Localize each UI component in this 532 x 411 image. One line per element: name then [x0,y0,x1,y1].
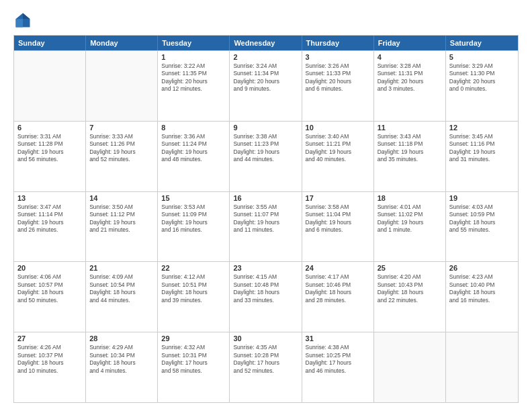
header-day-sunday: Sunday [14,36,86,50]
day-number: 15 [161,194,226,202]
day-cell-19: 19Sunrise: 4:03 AM Sunset: 10:59 PM Dayl… [446,192,518,262]
day-cell-29: 29Sunrise: 4:32 AM Sunset: 10:31 PM Dayl… [158,332,230,402]
day-number: 19 [449,194,515,202]
day-number: 5 [449,53,515,61]
day-cell-7: 7Sunrise: 3:33 AM Sunset: 11:26 PM Dayli… [86,122,158,191]
header-day-thursday: Thursday [302,36,374,50]
day-number: 4 [378,53,442,61]
day-number: 9 [233,124,298,132]
day-cell-4: 4Sunrise: 3:28 AM Sunset: 11:31 PM Dayli… [374,51,446,121]
calendar-row-4: 20Sunrise: 4:06 AM Sunset: 10:57 PM Dayl… [14,261,518,332]
header-day-saturday: Saturday [446,36,518,50]
day-cell-9: 9Sunrise: 3:38 AM Sunset: 11:23 PM Dayli… [230,122,302,191]
day-info: Sunrise: 3:47 AM Sunset: 11:14 PM Daylig… [17,203,82,234]
day-cell-27: 27Sunrise: 4:26 AM Sunset: 10:37 PM Dayl… [14,332,86,402]
day-number: 14 [89,194,154,202]
day-info: Sunrise: 3:22 AM Sunset: 11:35 PM Daylig… [161,62,226,93]
day-number: 27 [17,334,82,342]
day-number: 23 [233,264,298,272]
day-number: 7 [89,124,154,132]
day-number: 26 [449,264,515,272]
day-number: 28 [89,334,154,342]
day-cell-28: 28Sunrise: 4:29 AM Sunset: 10:34 PM Dayl… [86,332,158,402]
day-cell-2: 2Sunrise: 3:24 AM Sunset: 11:34 PM Dayli… [230,51,302,121]
day-info: Sunrise: 3:50 AM Sunset: 11:12 PM Daylig… [89,203,154,234]
day-info: Sunrise: 4:15 AM Sunset: 10:48 PM Daylig… [233,273,298,304]
day-info: Sunrise: 3:40 AM Sunset: 11:21 PM Daylig… [306,133,370,164]
day-number: 11 [378,124,442,132]
day-cell-26: 26Sunrise: 4:23 AM Sunset: 10:40 PM Dayl… [446,262,518,332]
day-info: Sunrise: 3:26 AM Sunset: 11:33 PM Daylig… [306,62,370,93]
day-info: Sunrise: 3:28 AM Sunset: 11:31 PM Daylig… [378,62,442,93]
day-cell-11: 11Sunrise: 3:43 AM Sunset: 11:18 PM Dayl… [374,122,446,191]
day-number: 12 [449,124,515,132]
day-info: Sunrise: 3:45 AM Sunset: 11:16 PM Daylig… [449,133,515,164]
day-info: Sunrise: 4:29 AM Sunset: 10:34 PM Daylig… [89,344,154,375]
day-number: 29 [161,334,226,342]
empty-cell [14,51,86,121]
day-cell-18: 18Sunrise: 4:01 AM Sunset: 11:02 PM Dayl… [374,192,446,262]
day-number: 18 [378,194,442,202]
header-day-monday: Monday [86,36,158,50]
day-info: Sunrise: 4:32 AM Sunset: 10:31 PM Daylig… [161,344,226,375]
day-number: 20 [17,264,82,272]
day-number: 16 [233,194,298,202]
day-number: 6 [17,124,82,132]
day-cell-31: 31Sunrise: 4:38 AM Sunset: 10:25 PM Dayl… [302,332,374,402]
day-number: 30 [233,334,298,342]
day-number: 13 [17,194,82,202]
day-number: 21 [89,264,154,272]
logo-icon [13,11,32,30]
day-info: Sunrise: 4:12 AM Sunset: 10:51 PM Daylig… [161,273,226,304]
day-cell-8: 8Sunrise: 3:36 AM Sunset: 11:24 PM Dayli… [158,122,230,191]
day-number: 24 [306,264,370,272]
calendar: SundayMondayTuesdayWednesdayThursdayFrid… [13,35,519,403]
day-info: Sunrise: 4:26 AM Sunset: 10:37 PM Daylig… [17,344,82,375]
day-number: 8 [161,124,226,132]
day-number: 3 [306,53,370,61]
page: SundayMondayTuesdayWednesdayThursdayFrid… [0,0,532,411]
day-cell-16: 16Sunrise: 3:55 AM Sunset: 11:07 PM Dayl… [230,192,302,262]
calendar-row-1: 1Sunrise: 3:22 AM Sunset: 11:35 PM Dayli… [14,50,518,121]
logo [13,11,35,30]
day-info: Sunrise: 4:17 AM Sunset: 10:46 PM Daylig… [306,273,370,304]
day-cell-30: 30Sunrise: 4:35 AM Sunset: 10:28 PM Dayl… [230,332,302,402]
day-info: Sunrise: 4:06 AM Sunset: 10:57 PM Daylig… [17,273,82,304]
day-cell-17: 17Sunrise: 3:58 AM Sunset: 11:04 PM Dayl… [302,192,374,262]
svg-marker-2 [16,19,24,27]
day-info: Sunrise: 3:29 AM Sunset: 11:30 PM Daylig… [449,62,515,93]
day-number: 1 [161,53,226,61]
day-cell-14: 14Sunrise: 3:50 AM Sunset: 11:12 PM Dayl… [86,192,158,262]
day-cell-21: 21Sunrise: 4:09 AM Sunset: 10:54 PM Dayl… [86,262,158,332]
day-info: Sunrise: 4:35 AM Sunset: 10:28 PM Daylig… [233,344,298,375]
day-info: Sunrise: 4:23 AM Sunset: 10:40 PM Daylig… [449,273,515,304]
header-day-friday: Friday [374,36,446,50]
day-info: Sunrise: 3:38 AM Sunset: 11:23 PM Daylig… [233,133,298,164]
day-cell-24: 24Sunrise: 4:17 AM Sunset: 10:46 PM Dayl… [302,262,374,332]
day-number: 25 [378,264,442,272]
header-day-wednesday: Wednesday [230,36,302,50]
day-info: Sunrise: 4:01 AM Sunset: 11:02 PM Daylig… [378,203,442,234]
day-cell-25: 25Sunrise: 4:20 AM Sunset: 10:43 PM Dayl… [374,262,446,332]
calendar-row-3: 13Sunrise: 3:47 AM Sunset: 11:14 PM Dayl… [14,191,518,262]
calendar-header: SundayMondayTuesdayWednesdayThursdayFrid… [14,36,518,50]
day-cell-20: 20Sunrise: 4:06 AM Sunset: 10:57 PM Dayl… [14,262,86,332]
calendar-row-2: 6Sunrise: 3:31 AM Sunset: 11:28 PM Dayli… [14,121,518,191]
svg-marker-1 [23,13,30,19]
day-info: Sunrise: 4:09 AM Sunset: 10:54 PM Daylig… [89,273,154,304]
day-info: Sunrise: 3:55 AM Sunset: 11:07 PM Daylig… [233,203,298,234]
empty-cell [86,51,158,121]
day-cell-12: 12Sunrise: 3:45 AM Sunset: 11:16 PM Dayl… [446,122,518,191]
day-cell-5: 5Sunrise: 3:29 AM Sunset: 11:30 PM Dayli… [446,51,518,121]
day-cell-3: 3Sunrise: 3:26 AM Sunset: 11:33 PM Dayli… [302,51,374,121]
empty-cell [446,332,518,402]
day-info: Sunrise: 3:53 AM Sunset: 11:09 PM Daylig… [161,203,226,234]
day-info: Sunrise: 3:31 AM Sunset: 11:28 PM Daylig… [17,133,82,164]
day-cell-13: 13Sunrise: 3:47 AM Sunset: 11:14 PM Dayl… [14,192,86,262]
day-cell-23: 23Sunrise: 4:15 AM Sunset: 10:48 PM Dayl… [230,262,302,332]
day-number: 10 [306,124,370,132]
day-cell-22: 22Sunrise: 4:12 AM Sunset: 10:51 PM Dayl… [158,262,230,332]
day-cell-15: 15Sunrise: 3:53 AM Sunset: 11:09 PM Dayl… [158,192,230,262]
day-number: 2 [233,53,298,61]
day-info: Sunrise: 3:58 AM Sunset: 11:04 PM Daylig… [306,203,370,234]
